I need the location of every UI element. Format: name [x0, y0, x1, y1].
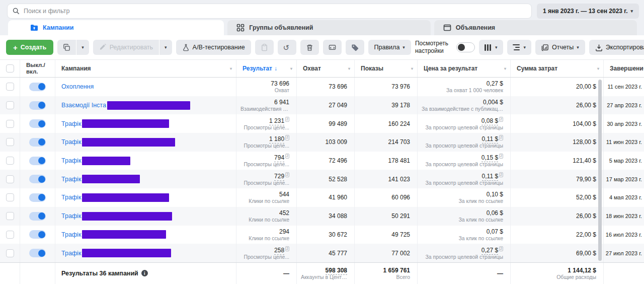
campaign-toggle[interactable] [29, 175, 46, 183]
column-header-end-date[interactable]: Завершени▾ [604, 60, 644, 77]
row-checkbox[interactable] [6, 175, 14, 183]
sort-caret-icon: ▾ [411, 66, 413, 71]
amount-spent-cell: 22,00 $ [511, 226, 604, 244]
placement-preview-button[interactable] [323, 40, 342, 55]
campaign-name-link[interactable]: Трафік [61, 231, 81, 238]
campaign-name-link[interactable]: Трафік [61, 157, 81, 164]
date-range-label: 1 янв 2023 г. — 13 сен 2023 г. [543, 8, 628, 15]
campaign-toggle[interactable] [29, 119, 46, 128]
footer-impressions-cell: 1 659 761Всего [355, 263, 418, 284]
row-checkbox[interactable] [6, 193, 14, 201]
table-row: Охоплення 73 696 Охват 73 696 73 976 0,2… [0, 78, 644, 96]
campaign-toggle[interactable] [29, 83, 46, 91]
breakdown-button[interactable]: ▾ [507, 40, 532, 55]
campaign-name-link[interactable]: Трафік [61, 120, 81, 127]
row-checkbox[interactable] [6, 120, 14, 128]
end-date-cell: 27 июл 2023 г. [604, 244, 644, 262]
flask-icon [182, 44, 190, 51]
export-label: Экспортировать [606, 44, 644, 51]
chevron-down-icon: ▾ [165, 45, 167, 50]
sort-caret-icon: ▾ [230, 66, 232, 71]
duplicate-button[interactable] [57, 40, 76, 55]
duplicate-dropdown-button[interactable]: ▾ [76, 40, 89, 55]
campaign-toggle[interactable] [29, 138, 46, 147]
search-input[interactable]: Поиск и фильтр [7, 4, 532, 19]
edit-dropdown-button[interactable]: ▾ [159, 40, 172, 55]
result-cell: 1 1802 Просмотры целе... [236, 133, 297, 152]
attribution-note-icon: 2 [499, 246, 503, 251]
row-select-cell [0, 226, 20, 244]
charts-toggle[interactable] [456, 42, 475, 52]
campaign-name-link[interactable]: Трафік [61, 138, 81, 146]
campaign-toggle[interactable] [29, 249, 46, 257]
redacted-campaign-name [82, 230, 166, 239]
rules-button[interactable]: Правила ▾ [368, 40, 411, 55]
amount-spent-cell: 20,00 $ [511, 78, 604, 96]
row-checkbox[interactable] [6, 212, 14, 220]
row-toggle-cell [20, 133, 55, 152]
footer-reach-cell: 598 308Аккаунты в Центре ак... [297, 263, 355, 284]
create-button[interactable]: + Создать [6, 40, 53, 55]
column-header-cost-per-result[interactable]: Цена за результат▾ [418, 60, 511, 77]
download-icon [595, 44, 603, 51]
column-header-campaign[interactable]: Кампания▾ [55, 60, 236, 77]
row-checkbox[interactable] [6, 83, 14, 91]
campaign-name-cell: Трафік [55, 152, 236, 170]
campaign-name-link[interactable]: Трафік [61, 176, 81, 183]
campaign-name-link[interactable]: Взаємодії Інста [61, 102, 106, 109]
campaign-name-cell: Трафік [55, 133, 236, 152]
search-icon [13, 8, 20, 15]
table-row: Трафік 452 Клики по ссылке 34 088 50 291… [0, 207, 644, 226]
campaign-toggle[interactable] [29, 230, 46, 239]
select-all-checkbox[interactable] [6, 64, 14, 73]
campaign-name-cell: Трафік [55, 226, 236, 244]
vertical-scrollbar[interactable] [598, 80, 602, 261]
row-toggle-cell [20, 78, 55, 96]
campaign-toggle[interactable] [29, 101, 46, 110]
footer-empty-cell [604, 263, 644, 284]
breakdown-icon [513, 44, 520, 51]
result-cell: 452 Клики по ссылке [236, 207, 297, 226]
chevron-down-icon: ▾ [524, 45, 526, 50]
campaign-toggle[interactable] [29, 157, 46, 165]
row-checkbox[interactable] [6, 138, 14, 146]
date-range-button[interactable]: 1 янв 2023 г. — 13 сен 2023 г. ▾ [537, 4, 639, 19]
info-icon[interactable]: i [141, 270, 148, 276]
impressions-cell: 160 224 [355, 114, 418, 133]
column-header-impressions[interactable]: Показы▾ [355, 60, 418, 77]
tab-ads[interactable]: Объявления [434, 20, 637, 35]
edit-button[interactable]: Редактировать [93, 40, 159, 55]
columns-button[interactable]: ▾ [479, 40, 503, 55]
row-checkbox[interactable] [6, 157, 14, 165]
view-settings-link[interactable]: Посмотреть настройки [415, 40, 448, 55]
ab-test-button[interactable]: A/B-тестирование [176, 40, 251, 55]
delete-button[interactable] [300, 40, 319, 55]
export-button[interactable]: Экспортировать ▾ [589, 40, 644, 55]
column-header-result[interactable]: Результат↓▾ [236, 60, 297, 77]
reports-button[interactable]: Отчеты ▾ [535, 40, 585, 55]
campaign-name-link[interactable]: Трафік [61, 250, 81, 257]
chevron-down-icon: ▾ [495, 45, 498, 50]
paste-button[interactable] [255, 40, 274, 55]
tab-adsets[interactable]: Группы объявлений [227, 20, 430, 35]
undo-button[interactable]: ↺ [278, 40, 296, 55]
tab-campaigns[interactable]: Кампании [8, 20, 224, 35]
campaign-toggle[interactable] [29, 212, 46, 221]
ab-test-label: A/B-тестирование [193, 44, 245, 51]
table-footer: Результаты 36 кампаний i — 598 308Аккаун… [0, 262, 644, 284]
campaign-name-link[interactable]: Трафік [61, 212, 81, 220]
campaign-name-link[interactable]: Охоплення [61, 83, 94, 90]
campaign-name-link[interactable]: Трафік [61, 194, 81, 201]
sort-desc-icon: ↓ [274, 65, 277, 72]
end-date-cell: 18 июн 2023 г. [604, 207, 644, 226]
tags-button[interactable] [346, 40, 364, 55]
toggle-knob-icon [38, 102, 45, 109]
row-checkbox[interactable] [6, 249, 14, 257]
campaign-toggle[interactable] [29, 193, 46, 202]
end-date-cell: 27 апр 2023 г. [604, 96, 644, 115]
column-header-reach[interactable]: Охват▾ [297, 60, 355, 77]
row-checkbox[interactable] [6, 101, 14, 109]
column-header-amount-spent[interactable]: Сумма затрат▾ [511, 60, 604, 77]
row-checkbox[interactable] [6, 231, 14, 239]
result-cell: 7942 Просмотры целе... [236, 152, 297, 170]
